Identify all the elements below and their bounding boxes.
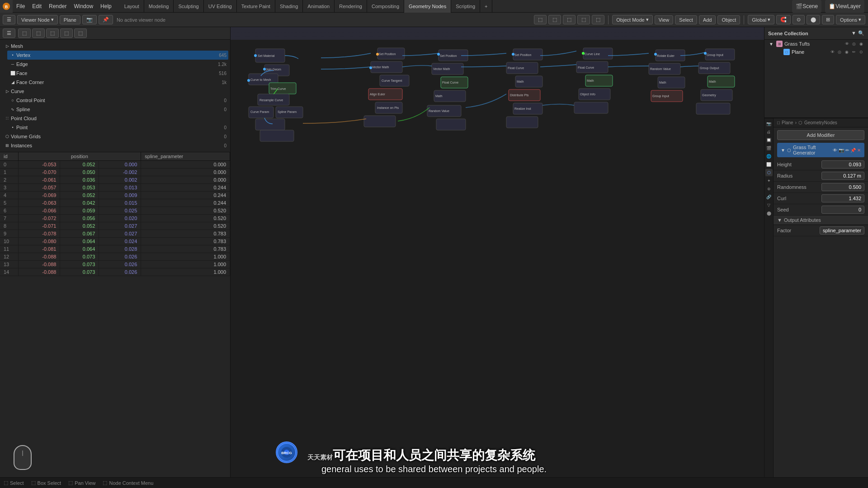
- tab-sculpting[interactable]: Sculpting: [174, 0, 203, 13]
- tab-scripting[interactable]: Scripting: [451, 0, 480, 13]
- node-vis-btn4[interactable]: ⬚: [577, 15, 590, 24]
- face-corner-filter-btn[interactable]: ⬚: [60, 28, 73, 38]
- table-row[interactable]: 3 -0.057 0.053 0.013 0.244: [0, 184, 230, 192]
- add-workspace-btn[interactable]: +: [480, 0, 492, 13]
- table-row[interactable]: 9 -0.078 0.067 0.027 0.783: [0, 230, 230, 238]
- view-btn[interactable]: View: [655, 15, 674, 24]
- cursor-icon[interactable]: ◎: [851, 41, 857, 47]
- modifier-header[interactable]: ▼ ⬡ Grass Tuft Generator 👁 📷 ✏ 📌 ✕: [777, 143, 864, 157]
- mod-pin-btn[interactable]: 📌: [850, 148, 856, 153]
- props-output-icon[interactable]: 🖨: [765, 128, 773, 136]
- tree-volume-grids[interactable]: ⬡ Volume Grids 0: [2, 132, 228, 141]
- table-row[interactable]: 10 -0.080 0.064 0.024 0.783: [0, 238, 230, 245]
- tab-layout[interactable]: Layout: [120, 0, 144, 13]
- add-btn[interactable]: Add: [699, 15, 716, 24]
- tab-geometry-nodes[interactable]: Geometry Nodes: [404, 0, 451, 13]
- table-row[interactable]: 2 -0.061 0.036 0.002 0.000: [0, 176, 230, 184]
- table-row[interactable]: 14 -0.088 0.073 0.026 1.000: [0, 268, 230, 276]
- prop-value[interactable]: 0: [821, 206, 864, 214]
- table-row[interactable]: 11 -0.081 0.064 0.028 0.783: [0, 245, 230, 253]
- object-btn[interactable]: Object: [717, 15, 740, 24]
- col-position[interactable]: position: [18, 152, 141, 161]
- plane-render-icon[interactable]: ◉: [844, 49, 850, 55]
- tab-rendering[interactable]: Rendering: [335, 0, 367, 13]
- vertex-filter-btn[interactable]: ⬚: [18, 28, 31, 38]
- node-vis-btn5[interactable]: ⬚: [592, 15, 604, 24]
- props-constraints-icon[interactable]: 🔗: [765, 193, 773, 201]
- window-menu[interactable]: Window: [70, 0, 97, 12]
- props-particles-icon[interactable]: ✦: [765, 177, 773, 184]
- tree-control-point[interactable]: ○ Control Point 0: [7, 96, 228, 105]
- spreadsheet-type-btn[interactable]: ☰: [3, 28, 15, 38]
- table-row[interactable]: 8 -0.071 0.052 0.027 0.520: [0, 222, 230, 230]
- table-row[interactable]: 0 -0.053 0.052 0.000 0.000: [0, 161, 230, 169]
- tree-spline[interactable]: ∿ Spline 0: [7, 105, 228, 114]
- tree-point-cloud[interactable]: ∷ Point Cloud: [2, 114, 228, 123]
- props-scene-icon[interactable]: 🎬: [765, 145, 773, 152]
- visibility-eye-icon[interactable]: 👁: [844, 41, 850, 47]
- filter-icon[interactable]: ▼: [851, 30, 856, 36]
- table-row[interactable]: 6 -0.066 0.059 0.025 0.520: [0, 207, 230, 215]
- plane-eye-icon[interactable]: 👁: [829, 49, 835, 55]
- props-render-icon[interactable]: 📷: [765, 120, 773, 127]
- mod-realtime-btn[interactable]: 👁: [833, 148, 837, 153]
- tree-instances[interactable]: ⊞ Instances 0: [2, 141, 228, 150]
- plane-btn[interactable]: Plane: [60, 15, 80, 24]
- plane-edit-icon[interactable]: ✏: [851, 49, 857, 55]
- props-world-icon[interactable]: 🌐: [765, 153, 773, 160]
- tab-texture-paint[interactable]: Texture Paint: [237, 0, 275, 13]
- props-object-icon[interactable]: ⬜: [765, 161, 773, 168]
- magnet-btn[interactable]: 🧲: [776, 15, 791, 24]
- plane-restrict-icon[interactable]: ⊙: [858, 49, 864, 55]
- tree-face[interactable]: ⬜ Face 516: [7, 69, 228, 78]
- select-btn[interactable]: Select: [675, 15, 697, 24]
- object-mode-btn[interactable]: Object Mode ▾: [612, 15, 652, 24]
- tree-curve[interactable]: ▷ Curve: [2, 87, 228, 96]
- table-row[interactable]: 1 -0.070 0.050 -0.002 0.000: [0, 169, 230, 176]
- overlay-btn[interactable]: ⬤: [807, 15, 820, 24]
- plane-cursor-icon[interactable]: ◎: [836, 49, 843, 55]
- help-menu[interactable]: Help: [97, 0, 115, 12]
- prop-value[interactable]: 0.127 m: [821, 172, 864, 180]
- tab-modeling[interactable]: Modeling: [144, 0, 174, 13]
- node-vis-btn3[interactable]: ⬚: [563, 15, 576, 24]
- props-data-icon[interactable]: ▽: [765, 202, 773, 209]
- table-row[interactable]: 12 -0.088 0.073 0.026 1.000: [0, 253, 230, 261]
- props-view-layer-icon[interactable]: 🔲: [765, 136, 773, 144]
- mod-render-btn[interactable]: 📷: [839, 148, 844, 153]
- face-filter-btn[interactable]: ⬚: [46, 28, 59, 38]
- pin-btn[interactable]: 📌: [99, 15, 113, 24]
- props-physics-icon[interactable]: ⊕: [765, 185, 773, 192]
- prop-value[interactable]: 1.432: [821, 194, 864, 202]
- tree-face-corner[interactable]: ◢ Face Corner 1k: [7, 78, 228, 87]
- col-spline-param[interactable]: spline_parameter: [141, 152, 230, 161]
- editor-type-btn[interactable]: ☰: [3, 15, 15, 24]
- add-modifier-button[interactable]: Add Modifier: [777, 130, 864, 140]
- global-btn[interactable]: Global ▾: [748, 15, 774, 24]
- viewer-node-selector[interactable]: Viewer Node ▾: [17, 15, 58, 24]
- scene-selector[interactable]: 🎬 Scene: [792, 0, 821, 13]
- output-attributes-section[interactable]: ▼ Output Attributes: [774, 216, 868, 225]
- node-vis-btn1[interactable]: ⬚: [534, 15, 547, 24]
- tree-mesh[interactable]: ▷ Mesh: [2, 42, 228, 51]
- mod-edit-btn[interactable]: ✏: [845, 148, 849, 153]
- proportional-btn[interactable]: ⊙: [793, 15, 805, 24]
- options-btn[interactable]: Options ▾: [836, 15, 865, 24]
- node-vis-btn2[interactable]: ⬚: [548, 15, 561, 24]
- prop-value[interactable]: 0.093: [821, 160, 864, 169]
- tree-edge[interactable]: ─ Edge 1.2k: [7, 60, 228, 69]
- object-item-plane[interactable]: □ Plane 👁 ◎ ◉ ✏ ⊙: [772, 48, 868, 56]
- props-modifier-icon[interactable]: ⬡: [765, 169, 773, 176]
- edit-menu[interactable]: Edit: [28, 0, 45, 12]
- viewport-shading-btn[interactable]: ⊞: [822, 15, 834, 24]
- table-row[interactable]: 5 -0.063 0.042 0.015 0.244: [0, 199, 230, 207]
- col-id[interactable]: id: [0, 152, 18, 161]
- table-row[interactable]: 4 -0.069 0.052 0.009 0.244: [0, 192, 230, 199]
- factor-value[interactable]: spline_parameter: [820, 226, 864, 235]
- tree-point[interactable]: • Point 0: [7, 123, 228, 132]
- mod-close-btn[interactable]: ✕: [857, 148, 861, 153]
- search-icon[interactable]: 🔍: [858, 30, 864, 36]
- render-menu[interactable]: Render: [45, 0, 70, 12]
- tab-animation[interactable]: Animation: [303, 0, 335, 13]
- table-row[interactable]: 13 -0.088 0.073 0.026 1.000: [0, 261, 230, 268]
